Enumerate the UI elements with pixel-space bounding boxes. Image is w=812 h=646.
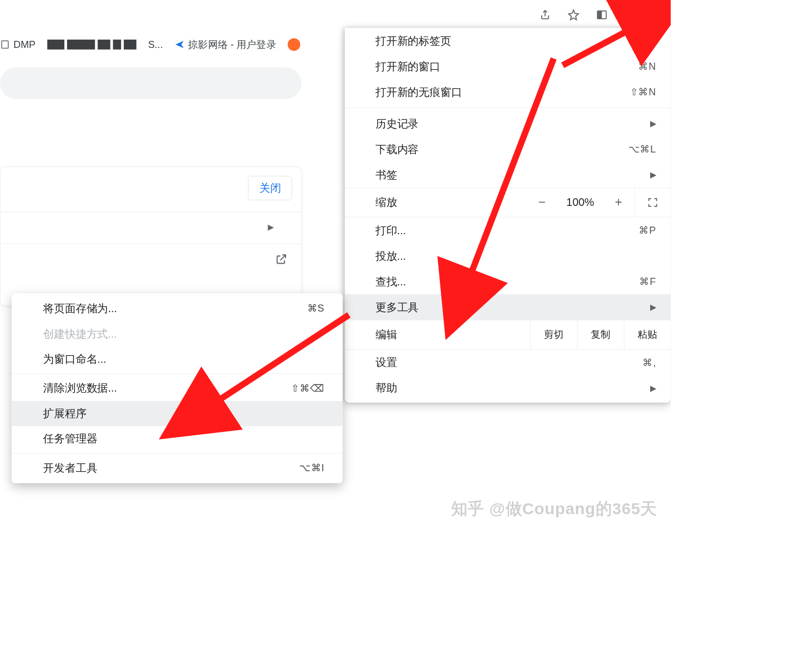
watermark-text: 知乎 @做Coupang的365天 [451,498,657,520]
menu-shortcut: ⌥⌘L [628,143,656,155]
menu-label: 开发者工具 [43,461,299,475]
menu-shortcut: ⇧⌘N [630,86,657,97]
more-tools-submenu: 将页面存储为... ⌘S 创建快捷方式... 为窗口命名... 清除浏览数据..… [11,294,342,484]
menu-shortcut: ⌘, [643,357,656,368]
menu-label: 打印... [375,223,639,237]
sub-task-manager[interactable]: 任务管理器 [11,426,342,451]
menu-label: 编辑 [375,327,530,342]
menu-label: 为窗口命名... [43,352,324,366]
menu-cast[interactable]: 投放... [345,243,671,269]
menu-label: 创建快捷方式... [43,327,324,341]
bookmark-truncated[interactable]: S... [148,39,163,50]
side-panel-icon[interactable] [591,4,611,25]
menu-separator [11,374,342,374]
bookmark-redacted[interactable] [47,40,137,50]
chrome-main-menu: 打开新的标签页 ⌘T 打开新的窗口 ⌘N 打开新的无痕窗口 ⇧⌘N 历史记录 ▶… [345,28,671,403]
chevron-right-icon: ▶ [650,383,657,393]
dialog-row[interactable] [1,243,301,284]
chevron-right-icon: ▶ [268,222,274,232]
kebab-menu-icon[interactable] [646,4,666,25]
chat-icon [288,38,300,51]
bookmarks-bar: DMP S... 掠影网络 - 用户登录 [0,33,319,56]
bookmark-label: DMP [14,39,35,50]
sub-clear-browsing-data[interactable]: 清除浏览数据... ⇧⌘⌫ [11,376,342,401]
menu-label: 帮助 [375,381,650,395]
menu-shortcut: ⌘F [639,276,656,287]
dialog-row[interactable]: ▶ [1,212,301,243]
browser-toolbar: P [0,0,671,29]
sub-save-page-as[interactable]: 将页面存储为... ⌘S [11,296,342,321]
menu-label: 投放... [375,248,656,263]
svg-rect-2 [2,41,8,48]
menu-separator [11,453,342,454]
menu-separator [345,107,671,108]
chevron-right-icon: ▶ [650,302,657,312]
menu-downloads[interactable]: 下载内容 ⌥⌘L [345,136,671,162]
menu-label: 更多工具 [375,300,650,314]
star-icon[interactable] [563,4,583,25]
menu-label: 打开新的标签页 [375,34,639,48]
zoom-out-button[interactable]: − [526,195,558,209]
menu-zoom: 缩放 − 100% + [345,187,671,217]
menu-shortcut: ⌘P [639,224,656,236]
bookmark-label: 掠影网络 - 用户登录 [188,38,276,51]
sub-extensions[interactable]: 扩展程序 [11,401,342,426]
menu-more-tools[interactable]: 更多工具 ▶ [345,294,671,320]
sub-create-shortcut: 创建快捷方式... [11,321,342,346]
menu-find[interactable]: 查找... ⌘F [345,269,671,294]
menu-shortcut: ⌘N [638,60,656,72]
zoom-value: 100% [558,196,603,209]
bookmark-dmp[interactable]: DMP [0,39,35,50]
menu-history[interactable]: 历史记录 ▶ [345,111,671,136]
svg-rect-1 [597,11,602,19]
menu-new-window[interactable]: 打开新的窗口 ⌘N [345,53,671,79]
bookmark-label: S... [148,39,163,50]
menu-help[interactable]: 帮助 ▶ [345,375,671,401]
menu-label: 清除浏览数据... [43,381,291,395]
edit-cut[interactable]: 剪切 [530,320,577,349]
plane-icon [174,40,184,50]
chevron-right-icon: ▶ [650,170,657,180]
menu-label: 设置 [375,355,643,369]
share-icon[interactable] [535,4,555,25]
menu-label: 打开新的窗口 [375,59,638,74]
menu-label: 扩展程序 [43,406,324,420]
menu-new-tab[interactable]: 打开新的标签页 ⌘T [345,28,671,53]
profile-avatar[interactable]: P [620,5,638,23]
menu-shortcut: ⌘S [307,303,325,314]
menu-edit: 编辑 剪切 复制 粘贴 [345,320,671,350]
menu-label: 缩放 [375,195,526,209]
edit-copy[interactable]: 复制 [577,320,624,349]
menu-label: 历史记录 [375,117,650,131]
menu-label: 书签 [375,168,650,182]
page-icon [0,40,10,50]
menu-label: 打开新的无痕窗口 [375,85,630,99]
fullscreen-button[interactable] [635,197,671,208]
menu-shortcut: ⇧⌘⌫ [291,382,324,394]
edit-paste[interactable]: 粘贴 [624,320,671,349]
external-link-icon [275,253,288,267]
menu-settings[interactable]: 设置 ⌘, [345,350,671,375]
menu-label: 查找... [375,274,639,288]
close-button[interactable]: 关闭 [248,176,292,200]
menu-label: 下载内容 [375,142,628,156]
background-dialog: 关闭 ▶ [0,167,301,306]
menu-shortcut: ⌘T [639,35,656,46]
menu-label: 任务管理器 [43,431,324,446]
menu-label: 将页面存储为... [43,301,307,315]
sub-name-window[interactable]: 为窗口命名... [11,346,342,371]
search-input[interactable] [0,68,301,99]
menu-bookmarks[interactable]: 书签 ▶ [345,162,671,187]
menu-shortcut: ⌥⌘I [299,462,324,473]
chevron-right-icon: ▶ [650,119,657,129]
menu-print[interactable]: 打印... ⌘P [345,217,671,243]
menu-incognito[interactable]: 打开新的无痕窗口 ⇧⌘N [345,79,671,105]
zoom-in-button[interactable]: + [603,195,634,209]
bookmark-lyw[interactable]: 掠影网络 - 用户登录 [174,38,276,51]
bookmark-orange[interactable] [288,38,300,51]
sub-developer-tools[interactable]: 开发者工具 ⌥⌘I [11,455,342,480]
